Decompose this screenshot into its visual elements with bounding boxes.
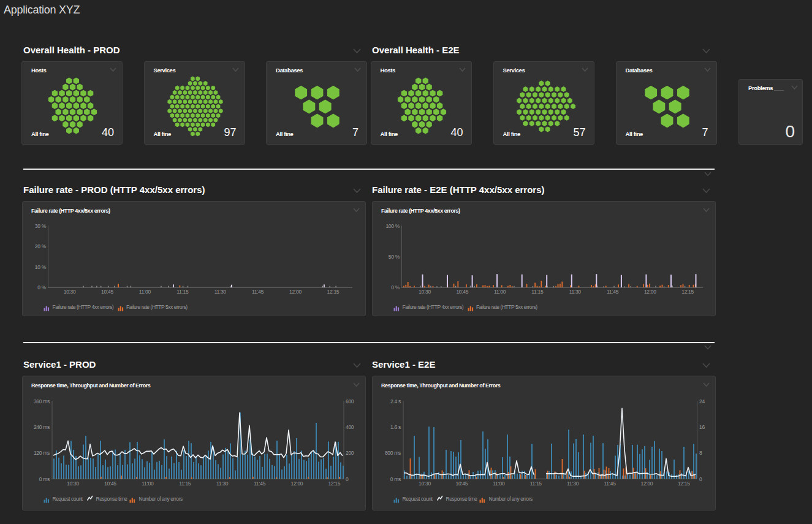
svg-text:11:30: 11:30: [567, 480, 579, 487]
svg-text:24: 24: [699, 398, 705, 404]
svg-text:11:30: 11:30: [216, 480, 229, 487]
svg-text:11:00: 11:00: [139, 289, 151, 295]
svg-text:30 %: 30 %: [35, 223, 47, 229]
svg-text:11:00: 11:00: [142, 480, 154, 487]
svg-text:11:45: 11:45: [607, 289, 619, 295]
svg-text:Response time, Throughput and: Response time, Throughput and Number of …: [31, 382, 151, 389]
svg-text:10:45: 10:45: [104, 480, 116, 487]
svg-text:11:45: 11:45: [604, 480, 616, 487]
svg-text:12:00: 12:00: [291, 480, 303, 487]
svg-text:Failure rate (HTTP 4xx/5xx err: Failure rate (HTTP 4xx/5xx errors): [381, 208, 460, 214]
svg-text:8: 8: [699, 450, 702, 456]
svg-text:11:00: 11:00: [493, 480, 505, 487]
svg-text:Number of any errors: Number of any errors: [489, 496, 533, 502]
svg-text:11:00: 11:00: [494, 289, 506, 295]
svg-text:0 ms: 0 ms: [390, 476, 401, 482]
svg-text:Failure rate (HTTP 4xx/5xx err: Failure rate (HTTP 4xx/5xx errors): [31, 208, 110, 214]
svg-text:Response time: Response time: [96, 496, 128, 502]
svg-text:0: 0: [699, 476, 702, 482]
svg-text:120 ms: 120 ms: [34, 450, 50, 456]
svg-text:10:30: 10:30: [419, 480, 431, 487]
svg-text:Failure rate (HTTP 5xx errors): Failure rate (HTTP 5xx errors): [476, 304, 537, 310]
svg-text:12:15: 12:15: [681, 289, 694, 295]
svg-text:10:30: 10:30: [67, 480, 79, 487]
svg-text:11:45: 11:45: [252, 289, 264, 295]
svg-text:12:15: 12:15: [328, 480, 340, 487]
svg-text:0 %: 0 %: [391, 284, 400, 290]
svg-text:20 %: 20 %: [35, 243, 47, 249]
svg-text:11:30: 11:30: [214, 289, 227, 295]
svg-text:10 %: 10 %: [35, 264, 47, 270]
svg-text:12:00: 12:00: [289, 289, 302, 295]
svg-text:360 ms: 360 ms: [34, 398, 50, 404]
svg-text:11:15: 11:15: [176, 289, 189, 295]
svg-text:11:15: 11:15: [179, 480, 191, 487]
svg-text:12:00: 12:00: [644, 289, 656, 295]
svg-text:Request count: Request count: [403, 496, 433, 502]
svg-text:0 ms: 0 ms: [39, 476, 50, 482]
svg-text:10:45: 10:45: [456, 480, 468, 487]
svg-text:11:15: 11:15: [530, 480, 542, 487]
svg-text:10:45: 10:45: [456, 289, 468, 295]
svg-text:10:30: 10:30: [64, 289, 76, 295]
svg-text:200: 200: [346, 450, 354, 456]
svg-text:240 ms: 240 ms: [34, 424, 50, 430]
svg-text:Number of any errors: Number of any errors: [139, 496, 183, 502]
svg-text:Request count: Request count: [53, 496, 83, 502]
svg-text:Response time: Response time: [446, 496, 478, 502]
svg-text:1.6 s: 1.6 s: [390, 424, 401, 430]
svg-text:11:45: 11:45: [254, 480, 266, 487]
svg-text:0: 0: [346, 476, 349, 482]
svg-text:11:30: 11:30: [569, 289, 582, 295]
svg-text:50 %: 50 %: [389, 254, 400, 260]
svg-text:16: 16: [699, 424, 705, 430]
svg-text:400: 400: [346, 424, 354, 430]
svg-text:Failure rate (HTTP 4xx errors): Failure rate (HTTP 4xx errors): [53, 304, 114, 310]
svg-text:12:15: 12:15: [678, 480, 690, 487]
svg-text:2.4 s: 2.4 s: [390, 398, 401, 404]
svg-text:10:30: 10:30: [419, 289, 431, 295]
svg-text:10:45: 10:45: [101, 289, 113, 295]
svg-text:Failure rate (HTTP 4xx errors): Failure rate (HTTP 4xx errors): [403, 304, 464, 310]
svg-text:100 %: 100 %: [385, 223, 400, 229]
svg-text:Response time, Throughput and: Response time, Throughput and Number of …: [381, 382, 501, 389]
svg-text:800 ms: 800 ms: [385, 450, 401, 456]
svg-text:12:15: 12:15: [327, 289, 340, 295]
svg-text:11:15: 11:15: [531, 289, 544, 295]
svg-text:0 %: 0 %: [37, 284, 46, 290]
svg-text:Failure rate (HTTP 5xx errors): Failure rate (HTTP 5xx errors): [126, 304, 188, 310]
svg-text:12:00: 12:00: [641, 480, 653, 487]
svg-text:600: 600: [346, 398, 354, 404]
